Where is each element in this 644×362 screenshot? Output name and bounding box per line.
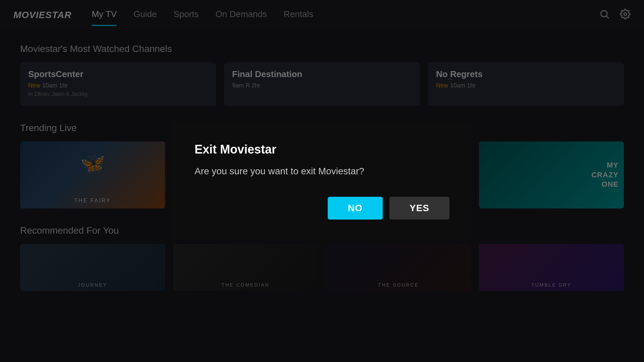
no-button[interactable]: NO [328, 197, 383, 220]
modal-overlay: Exit Moviestar Are you sure you want to … [0, 0, 644, 362]
yes-button[interactable]: YES [389, 197, 449, 220]
modal-buttons: NO YES [195, 197, 449, 220]
modal-body: Are you sure you want to exit Moviestar? [195, 166, 449, 177]
exit-modal: Exit Moviestar Are you sure you want to … [171, 122, 473, 240]
modal-title: Exit Moviestar [195, 142, 449, 157]
